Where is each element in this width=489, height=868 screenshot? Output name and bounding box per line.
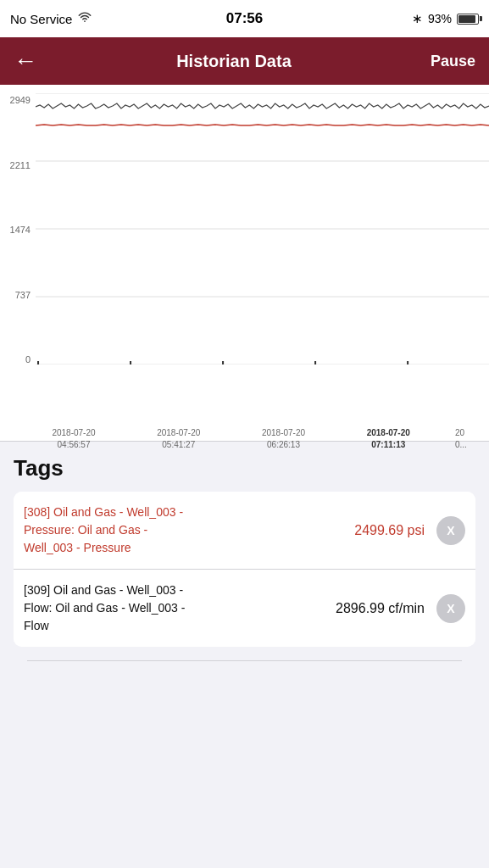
- tag-info-308: [308] Oil and Gas - Well_003 -Pressure: …: [24, 504, 331, 557]
- y-label-4: 737: [15, 290, 31, 300]
- y-label-2: 2211: [10, 160, 31, 170]
- page-title: Historian Data: [37, 52, 431, 71]
- tag-name-309: [309] Oil and Gas - Well_003 -Flow: Oil …: [24, 581, 331, 635]
- status-bar: No Service 07:56 ∗ 93%: [0, 0, 489, 37]
- chart-inner: 2949 2211 1474 737 0: [0, 93, 489, 424]
- tag-value-308: 2499.69 psi: [331, 523, 425, 538]
- svg-rect-6: [130, 361, 131, 364]
- bottom-spacer: [14, 661, 475, 712]
- chart-svg: [36, 93, 489, 364]
- svg-rect-5: [37, 361, 39, 364]
- y-label-bottom: 0: [25, 354, 31, 364]
- battery-fill: [458, 15, 475, 23]
- y-label-top: 2949: [10, 95, 31, 105]
- tag-info-309: [309] Oil and Gas - Well_003 -Flow: Oil …: [24, 581, 331, 635]
- tag-item-308: [308] Oil and Gas - Well_003 -Pressure: …: [14, 492, 475, 569]
- tag-remove-button-309[interactable]: X: [436, 594, 465, 623]
- tag-name-308: [308] Oil and Gas - Well_003 -Pressure: …: [24, 504, 331, 557]
- status-time: 07:56: [226, 10, 263, 27]
- tag-value-309: 2896.99 cf/min: [331, 601, 425, 616]
- tags-card: [308] Oil and Gas - Well_003 -Pressure: …: [14, 492, 475, 647]
- back-button[interactable]: ←: [14, 49, 37, 73]
- tag-item-309: [309] Oil and Gas - Well_003 -Flow: Oil …: [14, 570, 475, 647]
- carrier-label: No Service: [10, 12, 72, 26]
- y-label-3: 1474: [10, 225, 31, 235]
- chart-container: 2949 2211 1474 737 0: [0, 85, 489, 441]
- x-label-2: 2018-07-20 05:41:27: [141, 427, 217, 462]
- status-right: ∗ 93%: [412, 11, 479, 26]
- chart-plot-area: [36, 93, 489, 364]
- wifi-icon: [77, 12, 92, 26]
- x-label-3: 2018-07-20 06:26:13: [246, 427, 322, 462]
- svg-rect-7: [222, 361, 224, 364]
- tags-section: Tags [308] Oil and Gas - Well_003 -Press…: [0, 442, 489, 712]
- x-axis-labels: 2018-07-20 04:56:57 2018-07-20 05:41:27 …: [0, 424, 489, 462]
- svg-rect-8: [314, 361, 316, 364]
- x-label-4: 2018-07-20 07:11:13: [350, 427, 426, 462]
- status-left: No Service: [10, 12, 92, 26]
- tag-remove-button-308[interactable]: X: [436, 516, 465, 545]
- x-label-1: 2018-07-20 04:56:57: [36, 427, 112, 462]
- battery-percentage: 93%: [428, 12, 452, 25]
- battery-icon: [457, 14, 479, 25]
- svg-rect-9: [407, 361, 408, 364]
- x-label-5: 20 0...: [455, 427, 489, 462]
- nav-bar: ← Historian Data Pause: [0, 37, 489, 85]
- pause-button[interactable]: Pause: [431, 53, 475, 70]
- y-axis: 2949 2211 1474 737 0: [0, 93, 36, 364]
- bluetooth-icon: ∗: [412, 11, 423, 26]
